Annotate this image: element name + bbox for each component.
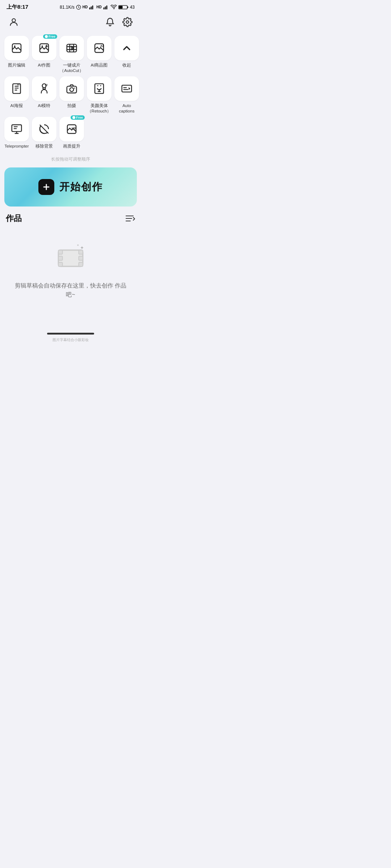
svg-rect-25	[95, 84, 104, 94]
signal-hd2: HD	[96, 5, 101, 9]
tool-row-3: Teleprompter 移除背景 Free HD 画质提升	[4, 117, 137, 149]
empty-state: 剪辑草稿会自动保存在这里，快去创作 作品吧~	[6, 235, 135, 314]
ai-draw-badge: Free	[43, 34, 57, 39]
camera-label: 拍摄	[67, 103, 76, 109]
svg-rect-5	[105, 7, 106, 9]
svg-rect-3	[92, 5, 93, 9]
signal-bars-icon	[89, 5, 95, 10]
network-speed: 81.1K/s	[60, 5, 75, 10]
svg-rect-4	[103, 7, 104, 9]
tool-enhance[interactable]: Free HD 画质提升	[59, 117, 84, 149]
svg-rect-9	[119, 6, 122, 9]
svg-rect-27	[12, 125, 22, 132]
empty-text: 剪辑草稿会自动保存在这里，快去创作 作品吧~	[13, 281, 128, 299]
svg-rect-2	[91, 7, 92, 9]
svg-text:Ai: Ai	[45, 84, 48, 86]
tool-autocut[interactable]: 一键成片（AutoCut）	[59, 36, 84, 73]
remove-bg-icon-box	[32, 117, 56, 141]
tool-ai-model[interactable]: Ai AI模特	[32, 76, 56, 114]
ai-draw-label: AI作图	[38, 63, 51, 68]
settings-icon	[122, 17, 133, 27]
settings-button[interactable]	[121, 16, 134, 29]
pic-edit-icon	[11, 42, 22, 54]
battery-percent: 43	[130, 5, 135, 10]
tool-remove-bg[interactable]: 移除背景	[32, 117, 56, 149]
tool-camera[interactable]: 拍摄	[59, 76, 84, 114]
tool-teleprompter[interactable]: Teleprompter	[4, 117, 29, 149]
svg-point-23	[70, 88, 74, 92]
drag-hint: 长按拖动可调整顺序	[0, 155, 141, 167]
retouch-icon	[93, 83, 105, 94]
teleprompter-label: Teleprompter	[4, 144, 29, 149]
works-header: 作品	[6, 213, 135, 224]
home-bar	[47, 333, 94, 335]
create-banner[interactable]: 开始创作	[4, 167, 137, 207]
autocaptions-icon-box	[114, 76, 139, 101]
svg-point-24	[74, 88, 75, 89]
svg-rect-39	[79, 262, 83, 266]
tool-ai-product[interactable]: AI AI商品图	[87, 36, 112, 73]
ai-draw-icon	[38, 42, 50, 54]
tool-pic-edit[interactable]: 图片编辑	[4, 36, 29, 73]
clock-icon	[76, 5, 81, 10]
autocut-icon-box	[59, 36, 84, 60]
create-plus-icon	[38, 179, 54, 195]
sort-icon	[125, 214, 135, 222]
plus-icon	[42, 183, 51, 191]
tool-row-2: Ai AI海报 Ai AI模特	[4, 76, 137, 114]
chevron-up-icon	[121, 42, 133, 54]
ai-product-label: AI商品图	[91, 63, 108, 68]
tool-ai-poster[interactable]: Ai AI海报	[4, 76, 29, 114]
home-indicator	[0, 328, 141, 337]
autocaptions-icon	[121, 83, 133, 94]
nav-icons-right	[104, 16, 134, 29]
bell-icon	[105, 17, 115, 27]
svg-rect-34	[58, 250, 62, 254]
remove-bg-icon	[38, 123, 50, 135]
ai-model-icon-box: Ai	[32, 76, 56, 101]
svg-point-10	[12, 19, 15, 22]
ai-model-icon: Ai	[38, 83, 50, 94]
autocut-label: 一键成片（AutoCut）	[60, 63, 84, 73]
tool-ai-draw[interactable]: Free AI作图	[32, 36, 56, 73]
watermark: 图片字幕结合小眼彩妆	[0, 337, 141, 344]
ai-poster-label: AI海报	[10, 103, 23, 109]
sort-button[interactable]	[125, 214, 135, 222]
pic-edit-icon-box	[4, 36, 29, 60]
camera-icon-box	[59, 76, 84, 101]
signal-bars2-icon	[103, 5, 109, 10]
user-button[interactable]	[7, 16, 20, 29]
autocaptions-label: Auto captions	[114, 103, 139, 114]
svg-text:AI: AI	[100, 44, 104, 48]
svg-rect-1	[89, 7, 91, 9]
status-bar: 上午8:17 81.1K/s HD HD	[0, 0, 141, 13]
tool-autocaptions[interactable]: Auto captions	[114, 76, 139, 114]
signal-hd: HD	[83, 5, 88, 9]
wifi-icon	[110, 5, 117, 10]
tool-retouch[interactable]: 美颜美体（Retouch）	[87, 76, 112, 114]
enhance-label: 画质提升	[63, 144, 80, 149]
svg-rect-8	[127, 6, 128, 8]
tool-row-1: 图片编辑 Free AI作图	[4, 36, 137, 73]
user-icon	[9, 17, 19, 27]
create-label: 开始创作	[59, 180, 103, 194]
status-right: 81.1K/s HD HD	[60, 5, 135, 10]
collapse-icon-box	[114, 36, 139, 60]
ai-draw-icon-box: Free	[32, 36, 56, 60]
film-empty-icon	[54, 242, 87, 275]
retouch-label: 美颜美体（Retouch）	[87, 103, 112, 114]
svg-rect-6	[106, 5, 107, 9]
tool-grid: 图片编辑 Free AI作图	[0, 33, 141, 155]
bell-button[interactable]	[104, 16, 117, 29]
ai-product-icon: AI	[93, 42, 105, 54]
svg-text:Ai: Ai	[17, 83, 20, 86]
svg-point-13	[14, 46, 16, 47]
status-time: 上午8:17	[7, 4, 28, 10]
works-section: 作品 剪辑草稿会自动保存在这里，快去创作 作品吧~	[0, 213, 141, 314]
svg-rect-37	[79, 250, 83, 254]
enhance-icon-box: Free HD	[59, 117, 84, 141]
ai-model-label: AI模特	[38, 103, 51, 109]
tool-collapse[interactable]: 收起	[114, 36, 139, 73]
remove-bg-label: 移除背景	[35, 144, 53, 149]
enhance-badge: Free	[71, 115, 85, 120]
